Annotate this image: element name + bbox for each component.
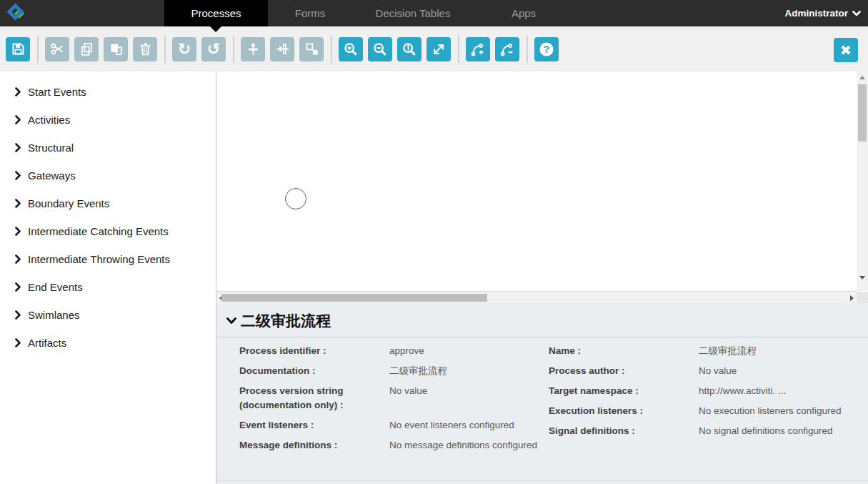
scroll-right-arrow[interactable] <box>850 295 854 301</box>
palette-group-label: Gateways <box>28 169 76 182</box>
paste-button[interactable] <box>104 37 128 61</box>
palette-group-gateways[interactable]: Gateways <box>0 162 216 189</box>
add-bendpoint-button[interactable] <box>466 37 490 61</box>
property-value[interactable]: No value <box>389 384 549 413</box>
property-value[interactable]: No message definitions configured <box>389 438 549 453</box>
properties-header[interactable]: 二级审批流程 <box>216 303 868 337</box>
tab-apps[interactable]: Apps <box>474 0 574 26</box>
horizontal-scrollbar-thumb[interactable] <box>221 294 487 302</box>
align-horizontal-icon <box>275 41 290 56</box>
property-value[interactable]: 二级审批流程 <box>699 344 858 358</box>
undo-arrow-icon: ↺ <box>207 41 220 57</box>
chevron-right-icon <box>15 282 21 292</box>
property-row: Signal definitions : No signal definitio… <box>549 424 858 438</box>
trash-icon <box>138 41 153 56</box>
chevron-right-icon <box>15 199 21 208</box>
scroll-down-arrow[interactable] <box>859 276 865 280</box>
property-label: Target namespace : <box>549 384 699 398</box>
magnifier-one-icon <box>401 41 417 57</box>
property-label: Process identifier : <box>239 344 389 358</box>
property-row: Process version string (documentation on… <box>239 384 549 413</box>
zoom-out-button[interactable] <box>368 37 392 61</box>
palette-group-intermediate-throwing-events[interactable]: Intermediate Throwing Events <box>0 245 216 273</box>
same-size-icon <box>304 41 319 56</box>
property-row: Process identifier : approve <box>239 344 549 358</box>
start-event-shape[interactable] <box>285 188 306 209</box>
palette-group-label: Artifacts <box>28 337 66 349</box>
toolbar-separator <box>458 36 459 63</box>
tab-processes[interactable]: Processes <box>164 0 268 26</box>
user-menu-label: Administrator <box>784 8 848 19</box>
palette-group-boundary-events[interactable]: Boundary Events <box>0 189 216 217</box>
top-navbar: Processes Forms Decision Tables Apps Adm… <box>0 0 868 26</box>
fit-screen-icon <box>431 41 447 57</box>
palette-group-label: Activities <box>28 114 70 126</box>
horizontal-scrollbar[interactable] <box>216 291 857 303</box>
delete-button[interactable] <box>133 37 157 61</box>
align-vertical-icon <box>246 41 261 56</box>
undo-button[interactable]: ↺ <box>201 37 226 61</box>
palette-group-structural[interactable]: Structural <box>0 134 216 162</box>
close-editor-button[interactable] <box>834 38 858 62</box>
palette-group-artifacts[interactable]: Artifacts <box>0 329 216 357</box>
same-size-button[interactable] <box>299 37 324 61</box>
palette-group-swimlanes[interactable]: Swimlanes <box>0 301 216 329</box>
remove-bendpoint-button[interactable] <box>495 37 519 61</box>
palette-group-end-events[interactable]: End Events <box>0 273 216 301</box>
chevron-right-icon <box>15 171 21 180</box>
property-row: Execution listeners : No execution liste… <box>549 404 858 418</box>
palette-group-intermediate-catching-events[interactable]: Intermediate Catching Events <box>0 217 216 245</box>
shape-palette: Start Events Activities Structural Gatew… <box>0 71 216 484</box>
chevron-right-icon <box>15 338 21 347</box>
chevron-right-icon <box>15 87 21 97</box>
palette-group-activities[interactable]: Activities <box>0 106 216 134</box>
zoom-in-button[interactable] <box>339 37 363 61</box>
redo-button[interactable]: ↻ <box>172 37 196 61</box>
editor-toolbar: ↻ ↺ <box>0 26 868 71</box>
property-row: Process author : No value <box>549 364 858 378</box>
help-button[interactable]: ? <box>534 37 559 61</box>
property-value[interactable]: approve <box>389 344 549 358</box>
property-value[interactable]: No value <box>699 364 858 378</box>
close-x-icon <box>839 43 853 57</box>
palette-group-label: Start Events <box>28 86 86 98</box>
tab-forms[interactable]: Forms <box>268 0 352 26</box>
property-value[interactable]: No execution listeners configured <box>699 404 858 418</box>
chevron-down-icon <box>226 317 236 325</box>
magnifier-plus-icon <box>343 41 359 57</box>
property-value[interactable]: 二级审批流程 <box>389 364 549 378</box>
property-label: Process version string (documentation on… <box>239 384 389 413</box>
cut-button[interactable] <box>45 37 69 61</box>
property-label: Message definitions : <box>239 438 389 453</box>
property-row: Name : 二级审批流程 <box>549 344 858 358</box>
floppy-icon <box>11 41 26 56</box>
active-tab-caret <box>210 26 221 32</box>
process-title: 二级审批流程 <box>241 311 331 331</box>
property-label: Process author : <box>549 364 699 378</box>
property-value[interactable]: No signal definitions configured <box>699 424 858 438</box>
align-vertical-button[interactable] <box>241 37 265 61</box>
chevron-right-icon <box>15 255 21 264</box>
save-button[interactable] <box>6 37 30 61</box>
palette-group-label: Structural <box>28 142 74 154</box>
process-canvas[interactable] <box>216 71 857 291</box>
zoom-actual-button[interactable] <box>397 37 421 61</box>
toolbar-separator <box>527 36 528 63</box>
bendpoint-remove-icon <box>499 41 515 57</box>
svg-text:?: ? <box>544 44 550 55</box>
palette-group-label: Intermediate Throwing Events <box>28 253 170 265</box>
palette-group-start-events[interactable]: Start Events <box>0 78 216 106</box>
property-value[interactable]: http://www.activiti. ... <box>699 384 858 398</box>
property-value[interactable]: No event listeners configured <box>389 418 549 433</box>
property-label: Documentation : <box>239 364 389 378</box>
vertical-scrollbar[interactable] <box>857 71 868 291</box>
vertical-scrollbar-thumb[interactable] <box>858 84 867 142</box>
scroll-up-arrow[interactable] <box>859 76 865 79</box>
user-menu[interactable]: Administrator <box>784 0 861 26</box>
tab-decision-tables[interactable]: Decision Tables <box>352 0 474 26</box>
align-horizontal-button[interactable] <box>270 37 294 61</box>
property-label: Signal definitions : <box>549 424 699 438</box>
copy-button[interactable] <box>74 37 99 61</box>
redo-arrow-icon: ↻ <box>178 41 191 57</box>
zoom-fit-button[interactable] <box>426 37 451 61</box>
